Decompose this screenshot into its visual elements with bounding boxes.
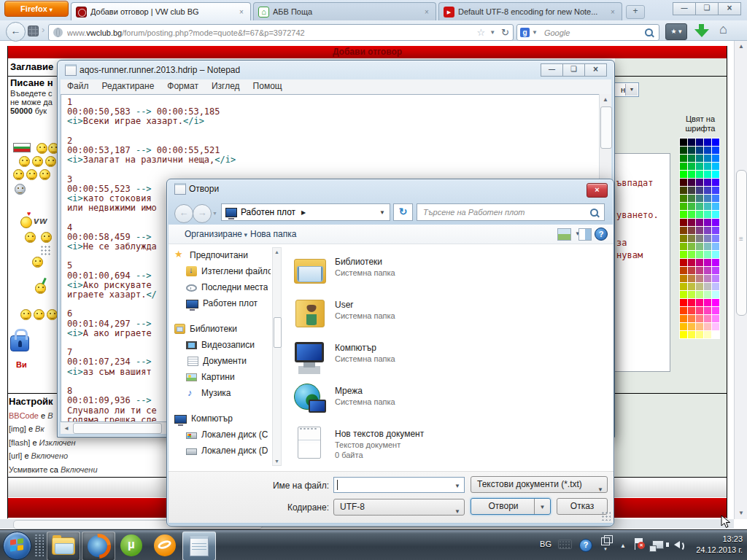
palette-color-800040[interactable] xyxy=(688,219,695,226)
start-button[interactable] xyxy=(3,532,31,560)
taskbar-notepad-button[interactable] xyxy=(182,532,216,560)
smiley-smiley[interactable] xyxy=(13,169,24,180)
close-button[interactable] xyxy=(584,63,607,77)
scroll-up-icon[interactable]: ▲ xyxy=(735,41,747,52)
menu-item[interactable]: Изглед xyxy=(205,79,247,94)
palette-color-FF80BF[interactable] xyxy=(704,315,711,322)
palette-color-804080[interactable] xyxy=(696,227,703,234)
palette-color-408080[interactable] xyxy=(696,195,703,202)
palette-color-BF8000[interactable] xyxy=(680,275,687,282)
file-item[interactable]: UserСистемна папка xyxy=(293,296,606,331)
file-item[interactable]: Нов текстов документТекстов документ0 ба… xyxy=(293,425,606,460)
firefox-menu-button[interactable]: Firefox ▾ xyxy=(4,1,69,17)
palette-color-804040[interactable] xyxy=(688,227,695,234)
palette-color-40FFBF[interactable] xyxy=(704,211,711,218)
palette-color-00BF80[interactable] xyxy=(696,163,703,170)
smiley-smiley[interactable] xyxy=(25,232,36,243)
scroll-up-icon[interactable] xyxy=(273,249,281,254)
palette-color-BF00BF[interactable] xyxy=(704,259,711,266)
url-bar[interactable]: www.vwclub.bg/forum/posting.php?mode=quo… xyxy=(48,24,514,41)
palette-color-BF8080[interactable] xyxy=(696,275,703,282)
palette-color-0000BF[interactable] xyxy=(704,139,711,146)
palette-color-0080BF[interactable] xyxy=(704,155,711,162)
smiley-smiley[interactable] xyxy=(39,169,50,180)
palette-color-BF80FF[interactable] xyxy=(712,275,719,282)
search-icon[interactable] xyxy=(590,209,598,217)
show-hidden-icons[interactable] xyxy=(620,542,626,549)
downloads-icon[interactable] xyxy=(694,23,709,39)
palette-color-BFBF40[interactable] xyxy=(688,283,695,290)
sidebar-item-video[interactable]: Видеозаписи xyxy=(171,337,271,353)
palette-color-800080[interactable] xyxy=(696,219,703,226)
search-engine-dropdown-icon[interactable] xyxy=(532,29,538,36)
palette-color-80FFBF[interactable] xyxy=(704,251,711,258)
tab-vwclub[interactable]: Добави отговор | VW club BG xyxy=(71,2,251,20)
taskbar-firefox-button[interactable] xyxy=(82,532,115,560)
palette-color-0080FF[interactable] xyxy=(712,155,719,162)
palette-color-800000[interactable] xyxy=(680,219,687,226)
address-breadcrumb[interactable]: Работен плот xyxy=(221,203,390,221)
sidebar-item-desktop[interactable]: Работен плот xyxy=(171,295,271,311)
palette-color-400080[interactable] xyxy=(696,179,703,186)
palette-color-BF40BF[interactable] xyxy=(704,267,711,274)
history-dropdown-icon[interactable] xyxy=(212,211,217,216)
tab-youtube[interactable]: Default UTF-8 encoding for new Note... xyxy=(438,2,622,20)
palette-color-80BFFF[interactable] xyxy=(712,243,719,250)
palette-color-FFBF00[interactable] xyxy=(680,323,687,330)
palette-color-40BF80[interactable] xyxy=(696,203,703,210)
taskbar-explorer-button[interactable] xyxy=(47,532,80,560)
palette-color-FFBFBF[interactable] xyxy=(704,323,711,330)
palette-color-BFBF80[interactable] xyxy=(696,283,703,290)
sidebar-item-download[interactable]: Изтеглени файлове xyxy=(171,263,271,279)
palette-color-408000[interactable] xyxy=(680,195,687,202)
palette-color-80BFBF[interactable] xyxy=(704,243,711,250)
palette-color-FFBFFF[interactable] xyxy=(712,323,719,330)
search-box[interactable]: Търсене на Работен плот xyxy=(417,203,605,221)
search-icon[interactable] xyxy=(645,28,653,36)
bookmark-star-icon[interactable] xyxy=(477,27,486,38)
forward-button[interactable] xyxy=(193,204,212,223)
dialog-resize-grip[interactable] xyxy=(601,511,611,521)
palette-color-00BFBF[interactable] xyxy=(704,163,711,170)
action-center-icon[interactable] xyxy=(635,538,643,550)
palette-color-4000FF[interactable] xyxy=(712,179,719,186)
palette-color-BFFFBF[interactable] xyxy=(704,291,711,298)
taskbar-utorrent-button[interactable] xyxy=(115,532,147,559)
palette-color-BFBFFF[interactable] xyxy=(712,283,719,290)
keyboard-icon[interactable] xyxy=(558,540,572,549)
sidebar-item-recent[interactable]: Последни места xyxy=(171,279,271,295)
palette-color-FF4040[interactable] xyxy=(688,307,695,314)
sidebar-item-disk[interactable]: Локален диск (D xyxy=(171,443,271,459)
palette-color-FF8040[interactable] xyxy=(688,315,695,322)
sidebar-item-music[interactable]: Музика xyxy=(171,385,271,401)
filename-input[interactable] xyxy=(333,477,465,493)
sidebar-scrollbar[interactable] xyxy=(272,247,282,466)
page-vertical-scrollbar[interactable]: ▲ ▼ xyxy=(734,41,747,519)
scrollbar-thumb[interactable] xyxy=(736,170,747,316)
palette-color-000040[interactable] xyxy=(688,139,695,146)
chevron-down-icon[interactable] xyxy=(454,483,460,489)
smiley-smiley[interactable] xyxy=(20,309,31,320)
palette-color-4000BF[interactable] xyxy=(704,179,711,186)
palette-color-0040BF[interactable] xyxy=(704,147,711,154)
palette-color-BF4000[interactable] xyxy=(680,267,687,274)
scroll-down-icon[interactable]: ▼ xyxy=(735,508,747,519)
palette-color-404000[interactable] xyxy=(680,187,687,194)
close-tab-icon[interactable] xyxy=(608,8,617,16)
refresh-button[interactable] xyxy=(393,203,413,221)
palette-color-808040[interactable] xyxy=(688,235,695,242)
scrollbar-thumb[interactable] xyxy=(73,423,162,434)
tab-abv-mail[interactable]: АБВ Поща xyxy=(253,2,436,20)
close-button[interactable] xyxy=(718,2,741,15)
palette-color-80BF00[interactable] xyxy=(680,243,687,250)
palette-color-BFFFFF[interactable] xyxy=(712,291,719,298)
smiley-smiley[interactable] xyxy=(45,156,56,167)
breadcrumb-location[interactable]: Работен плот xyxy=(241,207,295,217)
open-button[interactable]: Отвори xyxy=(471,498,551,515)
palette-color-FFFF40[interactable] xyxy=(688,331,695,338)
sidebar-item-disk-system[interactable]: Локален диск (C xyxy=(171,427,271,443)
maximize-button[interactable] xyxy=(562,63,585,77)
smiley-smiley[interactable] xyxy=(32,156,43,167)
chevron-down-icon[interactable] xyxy=(379,209,385,216)
palette-color-BF0080[interactable] xyxy=(696,259,703,266)
